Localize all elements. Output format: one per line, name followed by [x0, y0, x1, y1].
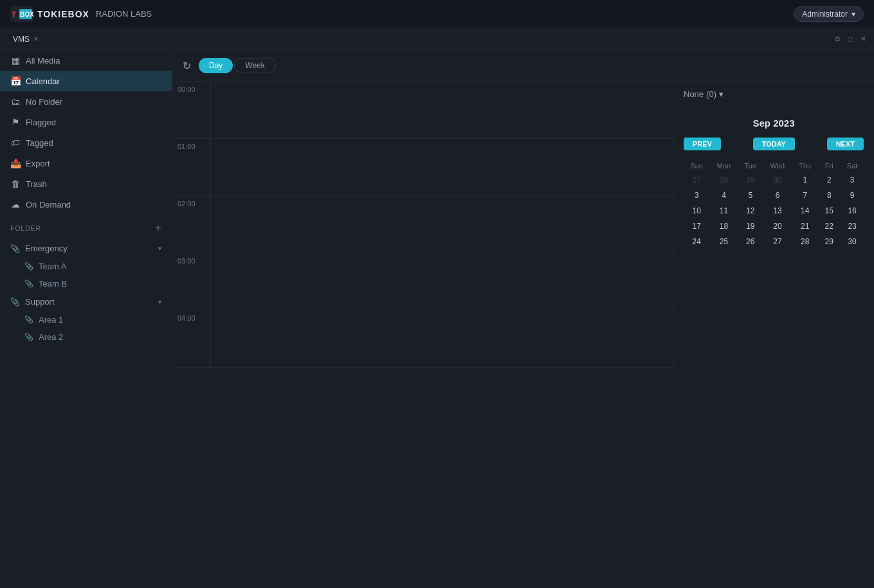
sidebar-item-export[interactable]: 📤 Export [0, 153, 172, 174]
calendar-day[interactable]: 25 [709, 234, 738, 249]
folder-emergency-left: 📎 Emergency [10, 244, 68, 253]
calendar-day[interactable]: 27 [763, 234, 792, 249]
calendar-day[interactable]: 28 [709, 172, 738, 188]
maximize-window-icon[interactable]: □ [846, 35, 855, 44]
sidebar-item-on-demand[interactable]: ☁ On Demand [0, 194, 172, 215]
sidebar-item-no-folder[interactable]: 🗂 No Folder [0, 91, 172, 112]
calendar-day[interactable]: 11 [709, 203, 738, 218]
folder-support[interactable]: 📎 Support ▾ [0, 292, 172, 311]
calendar-day[interactable]: 14 [792, 203, 817, 218]
admin-button[interactable]: Administrator ▾ [794, 6, 864, 22]
folder-emergency-chevron-icon: ▾ [158, 245, 161, 252]
weekday-thu: Thu [792, 159, 817, 172]
calendar-day[interactable]: 10 [684, 203, 709, 218]
today-button[interactable]: TODAY [753, 138, 795, 150]
weekday-fri: Fri [817, 159, 841, 172]
right-panel: None (0) ▾ Sep 2023 PREV TODAY NEXT Sun [673, 82, 874, 588]
svg-text:BOX: BOX [20, 11, 33, 18]
tab-close-icon[interactable]: ✕ [33, 35, 39, 42]
calendar-week-row: 10111213141516 [684, 203, 864, 218]
folder-subitem-team-b[interactable]: 📎 Team B [0, 275, 172, 292]
main-layout: ▦ All Media 📅 Calendar 🗂 No Folder ⚑ Fla… [0, 50, 874, 588]
sidebar-item-calendar[interactable]: 📅 Calendar [0, 71, 172, 91]
sidebar-item-trash[interactable]: 🗑 Trash [0, 174, 172, 194]
calendar-day[interactable]: 30 [841, 234, 864, 249]
mini-calendar-nav: PREV TODAY NEXT [684, 138, 864, 150]
calendar-day[interactable]: 9 [841, 188, 864, 203]
calendar-day[interactable]: 7 [792, 188, 817, 203]
calendar-day[interactable]: 21 [792, 218, 817, 234]
calendar-day[interactable]: 19 [738, 218, 763, 234]
calendar-day[interactable]: 6 [763, 188, 792, 203]
area-2-pin-icon: 📎 [24, 333, 33, 341]
folder-support-left: 📎 Support [10, 297, 55, 307]
sidebar-item-tagged[interactable]: 🏷 Tagged [0, 132, 172, 153]
sidebar-label-calendar: Calendar [26, 76, 60, 86]
calendar-day[interactable]: 18 [709, 218, 738, 234]
logo: T BOX TOKIEBOX [10, 6, 89, 22]
calendar-week-row: 3456789 [684, 188, 864, 203]
calendar-day[interactable]: 27 [684, 172, 709, 188]
calendar-day[interactable]: 12 [738, 203, 763, 218]
calendar-day[interactable]: 3 [841, 172, 864, 188]
calendar-day[interactable]: 8 [817, 188, 841, 203]
close-window-icon[interactable]: ✕ [859, 35, 868, 44]
calendar-day[interactable]: 13 [763, 203, 792, 218]
calendar-day[interactable]: 22 [817, 218, 841, 234]
timeline-content-0000 [211, 82, 673, 138]
team-b-pin-icon: 📎 [24, 280, 33, 288]
time-label-0200: 02:00 [172, 196, 211, 253]
svg-text:T: T [12, 10, 17, 19]
calendar-day[interactable]: 17 [684, 218, 709, 234]
calendar-day[interactable]: 2 [817, 172, 841, 188]
next-month-button[interactable]: NEXT [827, 138, 864, 150]
topbar: T BOX TOKIEBOX RADION LABS Administrator… [0, 0, 874, 28]
no-folder-icon: 🗂 [10, 96, 21, 107]
view-week-button[interactable]: Week [234, 58, 275, 73]
add-folder-icon[interactable]: + [155, 222, 161, 234]
calendar-day[interactable]: 3 [684, 188, 709, 203]
trash-icon: 🗑 [10, 179, 21, 189]
weekday-sun: Sun [684, 159, 709, 172]
calendar-day[interactable]: 4 [709, 188, 738, 203]
calendar-day[interactable]: 15 [817, 203, 841, 218]
folder-subitem-area-2[interactable]: 📎 Area 2 [0, 328, 172, 346]
all-media-icon: ▦ [10, 55, 21, 66]
calendar-day[interactable]: 16 [841, 203, 864, 218]
calendar-day[interactable]: 23 [841, 218, 864, 234]
sidebar-label-all-media: All Media [26, 56, 60, 66]
weekday-header-row: Sun Mon Tue Wed Thu Fri Sat [684, 159, 864, 172]
timeline-content-0300 [211, 253, 673, 310]
team-a-pin-icon: 📎 [24, 262, 33, 271]
calendar-day[interactable]: 30 [763, 172, 792, 188]
calendar-day[interactable]: 28 [792, 234, 817, 249]
calendar-day[interactable]: 29 [817, 234, 841, 249]
prev-month-button[interactable]: PREV [684, 138, 721, 150]
folder-emergency[interactable]: 📎 Emergency ▾ [0, 239, 172, 258]
calendar-day[interactable]: 5 [738, 188, 763, 203]
brand-name: RADION LABS [96, 9, 152, 19]
calendar-icon: 📅 [10, 76, 21, 86]
content-area: ↻ Day Week 00:00 01:00 02:00 [172, 50, 874, 588]
none-label: None [684, 89, 704, 99]
calendar-day[interactable]: 1 [792, 172, 817, 188]
vms-tab[interactable]: VMS ✕ [6, 32, 45, 46]
folder-subitem-area-1[interactable]: 📎 Area 1 [0, 311, 172, 328]
sidebar-label-tagged: Tagged [26, 138, 53, 148]
restore-window-icon[interactable]: ⧉ [833, 35, 842, 44]
calendar-day[interactable]: 29 [738, 172, 763, 188]
calendar-day[interactable]: 20 [763, 218, 792, 234]
sidebar-item-flagged[interactable]: ⚑ Flagged [0, 112, 172, 132]
logo-text: TOKIEBOX [37, 9, 89, 19]
none-selector[interactable]: None (0) ▾ [673, 82, 874, 107]
calendar-day[interactable]: 24 [684, 234, 709, 249]
refresh-button[interactable]: ↻ [183, 60, 191, 72]
on-demand-icon: ☁ [10, 199, 21, 209]
calendar-day[interactable]: 26 [738, 234, 763, 249]
weekday-tue: Tue [738, 159, 763, 172]
weekday-sat: Sat [841, 159, 864, 172]
folder-subitem-team-a[interactable]: 📎 Team A [0, 258, 172, 275]
view-day-button[interactable]: Day [199, 58, 233, 73]
sidebar-item-all-media[interactable]: ▦ All Media [0, 50, 172, 71]
tagged-icon: 🏷 [10, 138, 21, 148]
